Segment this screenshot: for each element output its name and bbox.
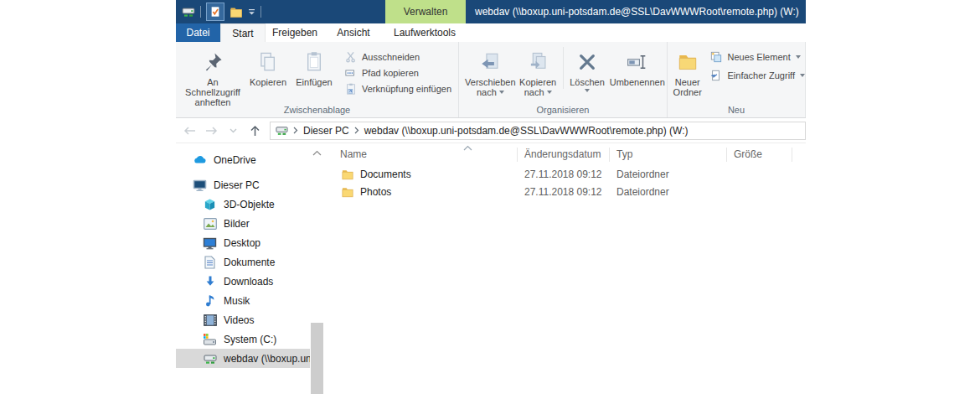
copy-path-button[interactable]: Pfad kopieren <box>345 66 451 80</box>
tab-drive-tools[interactable]: Laufwerktools <box>383 23 467 42</box>
new-item-label: Neues Element <box>727 52 790 62</box>
sidebar-item-label: Downloads <box>224 276 273 288</box>
sidebar-item-label: 3D-Objekte <box>224 199 275 210</box>
documents-icon <box>203 256 217 269</box>
column-header-type[interactable]: Typ <box>610 148 727 162</box>
network-drive-icon[interactable] <box>182 5 195 18</box>
rename-icon <box>626 47 649 77</box>
cut-label: Ausschneiden <box>362 52 420 62</box>
recent-locations-dropdown[interactable] <box>226 128 240 133</box>
column-header-modified[interactable]: Änderungsdatum <box>518 148 610 162</box>
paste-label: Einfügen <box>296 77 332 87</box>
sidebar-item-onedrive[interactable]: OneDrive <box>176 150 310 169</box>
up-arrow-icon <box>250 125 260 137</box>
file-name-cell: Documents <box>331 168 518 180</box>
cut-button[interactable]: Ausschneiden <box>345 50 451 64</box>
back-arrow-icon <box>183 126 196 136</box>
file-type: Dateiordner <box>610 186 727 198</box>
file-row-documents[interactable]: Documents 27.11.2018 09:12 Dateiordner <box>331 165 806 183</box>
up-button[interactable] <box>248 125 261 137</box>
sidebar-item-system-c[interactable]: System (C:) <box>176 329 310 349</box>
quick-access-toolbar <box>182 0 261 23</box>
sidebar-item-label: webdav (\\boxup.uni- <box>224 353 310 365</box>
copy-button[interactable]: Kopieren <box>245 45 291 87</box>
sidebar-scrollbar[interactable] <box>310 143 325 394</box>
new-item-button[interactable]: Neues Element <box>710 50 805 64</box>
pin-to-quick-access-button[interactable]: An Schnellzugriffanheften <box>181 45 245 107</box>
pictures-icon <box>203 218 217 230</box>
toolbar-separator <box>260 6 261 18</box>
paste-shortcut-button[interactable]: Verknüpfung einfügen <box>345 82 451 96</box>
back-button[interactable] <box>183 126 196 136</box>
sidebar-item-desktop[interactable]: Desktop <box>176 233 310 252</box>
file-modified: 27.11.2018 09:12 <box>518 186 610 198</box>
tab-share[interactable]: Freigeben <box>266 23 324 42</box>
delete-icon <box>576 47 598 77</box>
sidebar-item-videos[interactable]: Videos <box>176 310 310 329</box>
properties-button[interactable] <box>206 3 224 21</box>
sidebar-item-downloads[interactable]: Downloads <box>176 272 310 291</box>
cut-icon <box>345 51 357 63</box>
dropdown-caret-icon <box>585 89 590 92</box>
tab-file[interactable]: Datei <box>176 23 220 42</box>
breadcrumb-root[interactable]: Dieser PC <box>303 125 349 137</box>
breadcrumb-location[interactable]: webdav (\\boxup.uni-potsdam.de@SSL\DavWW… <box>364 125 689 137</box>
sidebar-item-webdav[interactable]: webdav (\\boxup.uni- <box>176 349 310 368</box>
sidebar-gap <box>176 169 310 175</box>
folder-icon <box>341 168 354 180</box>
sidebar-item-documents[interactable]: Dokumente <box>176 252 310 272</box>
move-to-button[interactable]: Verschieben nach <box>464 45 517 97</box>
file-modified: 27.11.2018 09:12 <box>518 168 610 180</box>
easy-access-icon <box>710 70 722 81</box>
tab-view[interactable]: Ansicht <box>324 23 383 42</box>
toolbar-separator <box>200 6 201 18</box>
customize-toolbar-dropdown-icon[interactable] <box>248 8 255 16</box>
copy-to-label-line1: Kopieren <box>519 77 556 87</box>
new-folder-label-line1: Neuer <box>675 77 700 87</box>
scrollbar-thumb[interactable] <box>311 323 323 394</box>
sidebar-item-label: Desktop <box>224 237 260 249</box>
copy-path-label: Pfad kopieren <box>362 68 419 78</box>
sidebar-item-label: OneDrive <box>214 154 256 166</box>
sidebar-item-label: Dieser PC <box>214 179 260 191</box>
new-folder-icon <box>677 47 699 77</box>
onedrive-cloud-icon <box>193 153 207 167</box>
breadcrumb-chevron-icon <box>293 127 298 134</box>
network-drive-icon <box>203 352 217 365</box>
ribbon-group-clipboard: An Schnellzugriffanheften Kopieren Einfü… <box>176 42 459 117</box>
file-name: Photos <box>360 186 391 198</box>
clipboard-small-buttons: Ausschneiden Pfad kopieren Verknüpfung e… <box>345 45 451 96</box>
dropdown-caret-icon <box>800 74 805 77</box>
paste-button[interactable]: Einfügen <box>291 45 337 87</box>
copy-to-button[interactable]: Kopieren nach <box>517 45 560 97</box>
group-label-new: Neu <box>668 105 805 115</box>
column-header-name[interactable]: Name <box>331 148 518 162</box>
group-label-clipboard: Zwischenablage <box>176 105 458 115</box>
videos-icon <box>203 314 217 326</box>
column-header-row: Name Änderungsdatum Typ Größe <box>331 143 806 165</box>
sidebar-item-music[interactable]: Musik <box>176 291 310 310</box>
file-row-photos[interactable]: Photos 27.11.2018 09:12 Dateiordner <box>331 183 806 200</box>
tab-start[interactable]: Start <box>220 23 266 42</box>
sidebar-item-label: Musik <box>224 295 250 307</box>
new-folder-button[interactable] <box>230 5 243 18</box>
column-header-size[interactable]: Größe <box>727 148 792 162</box>
delete-button[interactable]: Löschen <box>567 45 608 92</box>
copy-path-icon <box>345 67 357 79</box>
paste-icon <box>303 47 325 77</box>
file-type: Dateiordner <box>610 168 727 180</box>
forward-button[interactable] <box>204 126 218 136</box>
sidebar-item-label: System (C:) <box>224 334 276 345</box>
easy-access-button[interactable]: Einfacher Zugriff <box>710 69 805 82</box>
address-input[interactable]: Dieser PC webdav (\\boxup.uni-potsdam.de… <box>270 122 806 140</box>
sidebar-item-pictures[interactable]: Bilder <box>176 214 310 233</box>
move-to-icon <box>479 47 501 77</box>
sidebar-item-3d-objects[interactable]: 3D-Objekte <box>176 194 310 214</box>
scrollbar-up-icon[interactable] <box>312 150 322 156</box>
sidebar-item-this-pc[interactable]: Dieser PC <box>176 175 310 194</box>
new-folder-button-large[interactable]: NeuerOrdner <box>673 45 702 97</box>
new-item-icon <box>710 51 722 63</box>
rename-button[interactable]: Umbenennen <box>608 45 668 87</box>
music-icon <box>203 294 217 307</box>
explorer-window: Verwalten webdav (\\boxup.uni-potsdam.de… <box>176 0 806 394</box>
